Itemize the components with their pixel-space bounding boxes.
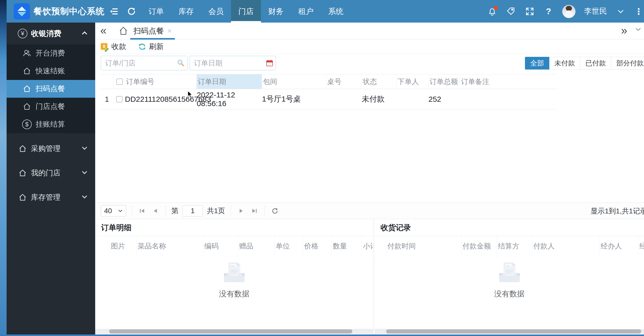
sidebar-group-cashier[interactable]: ¥ 收银消费	[7, 23, 95, 44]
next-page-button[interactable]	[237, 206, 246, 215]
nav-item-inventory[interactable]: 库存	[171, 0, 201, 23]
col-pay-amount: 付款金额	[461, 236, 497, 256]
tab-list-dropdown-icon[interactable]	[634, 25, 642, 36]
nav-item-stores[interactable]: 门店	[231, 0, 261, 23]
header-row-number	[100, 74, 113, 89]
nav-item-members[interactable]: 会员	[201, 0, 231, 23]
total-pages-label: 共1页	[207, 206, 225, 216]
cell-total: 252	[428, 95, 460, 104]
filter-row: 全部 未付款 已付款 部分付款 挂账	[95, 54, 644, 72]
person-icon	[22, 49, 32, 58]
home-icon	[22, 102, 32, 111]
bell-icon[interactable]	[487, 6, 497, 16]
receipt-record-header: 付款时间 付款金额 结算方 付款人 经办人 经	[375, 236, 644, 257]
col-total[interactable]: 订单总额	[428, 74, 460, 89]
col-order-no[interactable]: 订单编号	[125, 74, 197, 89]
col-order-date[interactable]: 订单日期	[197, 74, 262, 89]
top-navbar: 餐饮预制中心系统 订单 库存 会员 门店 财务 租户 系统	[7, 0, 644, 23]
status-filter-all[interactable]: 全部	[525, 57, 549, 70]
cell-room: 1号厅1号桌	[262, 94, 326, 104]
nav-item-tenants[interactable]: 租户	[291, 0, 321, 23]
receipt-empty-state: 没有数据	[375, 260, 644, 299]
col-subtotal: 小计	[362, 236, 373, 256]
search-input[interactable]	[101, 56, 188, 70]
expand-tabs-icon[interactable]: »	[621, 24, 627, 37]
sidebar-group-my-stores[interactable]: 我的门店	[7, 164, 95, 182]
select-all-checkbox[interactable]	[117, 79, 123, 85]
receive-payment-button[interactable]: ¥ 收款	[101, 42, 126, 52]
status-filter-unpaid[interactable]: 未付款	[549, 57, 580, 70]
orders-table-header: 订单编号 订单日期 包间 桌号 状态 下单人 订单总额 订单备注	[100, 74, 557, 89]
brand: 餐饮预制中心系统	[14, 3, 105, 20]
nav-item-system[interactable]: 系统	[321, 0, 351, 23]
collapse-tabs-icon[interactable]: «	[100, 24, 106, 37]
sidebar-group-purchasing[interactable]: 采购管理	[7, 140, 95, 158]
col-gift: 赠品	[238, 236, 275, 256]
menu-collapse-icon[interactable]	[108, 6, 119, 17]
col-remark[interactable]: 订单备注	[460, 74, 557, 89]
order-row[interactable]: 1 DD221112085615667683 2022-11-12 08:56:…	[100, 89, 557, 109]
close-icon[interactable]: ×	[167, 27, 172, 35]
tab-scan-order[interactable]: 扫码点餐 ×	[130, 23, 175, 39]
nav-item-finance[interactable]: 财务	[261, 0, 291, 23]
status-filter-paid[interactable]: 已付款	[580, 57, 611, 70]
more-icon[interactable]: ⋮	[634, 6, 643, 16]
reload-icon[interactable]	[126, 6, 137, 17]
col-handler-cut: 经	[638, 236, 644, 256]
app-window: 餐饮预制中心系统 订单 库存 会员 门店 财务 租户 系统	[0, 0, 644, 336]
fullscreen-icon[interactable]	[525, 6, 535, 16]
main-content: « 扫码点餐 × » ¥ 收款 刷新	[95, 23, 644, 334]
order-detail-empty-state: 没有数据	[95, 260, 373, 299]
empty-text: 没有数据	[219, 289, 250, 299]
col-table-no[interactable]: 桌号	[326, 74, 362, 89]
sidebar-item-scan-order[interactable]: 扫码点餐	[7, 80, 95, 98]
caret-down-icon	[81, 169, 88, 177]
scrollbar-thumb[interactable]	[386, 329, 641, 333]
user-name[interactable]: 李世民	[584, 6, 607, 16]
chevron-down-icon[interactable]	[616, 6, 626, 16]
empty-inbox-icon	[220, 260, 249, 286]
order-detail-hscrollbar	[95, 329, 373, 334]
action-toolbar: ¥ 收款 刷新	[95, 40, 644, 54]
order-date-input[interactable]	[190, 56, 276, 70]
receipt-record-title: 收货记录	[375, 219, 644, 236]
order-detail-panel: 订单明细 图片 菜品名称 编码 赠品 单位 价格 数量 小计 没有数据	[95, 219, 373, 334]
status-filter-group: 全部 未付款 已付款 部分付款 挂账	[525, 57, 644, 70]
row-checkbox[interactable]	[116, 96, 122, 102]
detail-panels: 订单明细 图片 菜品名称 编码 赠品 单位 价格 数量 小计 没有数据	[95, 219, 644, 334]
status-filter-partial[interactable]: 部分付款	[611, 57, 644, 70]
sidebar-submenu-cashier: 开台消费 快速结账 扫码点餐 门店点餐 $	[7, 44, 95, 133]
sidebar-group-inventory[interactable]: 库存管理	[7, 189, 95, 206]
receipt-record-panel: 收货记录 付款时间 付款金额 结算方 付款人 经办人 经 没有数据	[375, 219, 644, 334]
page-prefix-label: 第	[171, 206, 178, 216]
last-page-button[interactable]	[250, 206, 259, 215]
user-avatar[interactable]	[562, 5, 575, 18]
col-status[interactable]: 状态	[362, 74, 397, 89]
home-icon	[17, 144, 28, 153]
order-detail-title: 订单明细	[95, 219, 373, 236]
first-page-button[interactable]	[138, 206, 147, 215]
nav-right: ? 李世民 ⋮	[487, 5, 644, 18]
page-size-select[interactable]: 40	[101, 205, 126, 216]
order-detail-header: 图片 菜品名称 编码 赠品 单位 价格 数量 小计	[95, 236, 373, 257]
sidebar-item-quick-checkout[interactable]: 快速结账	[7, 62, 95, 80]
help-icon[interactable]: ?	[543, 6, 554, 16]
col-room[interactable]: 包间	[262, 74, 326, 89]
tag-icon[interactable]	[506, 6, 516, 16]
current-page-input[interactable]	[183, 205, 203, 216]
nav-item-orders[interactable]: 订单	[141, 0, 171, 23]
search-icon[interactable]	[177, 59, 185, 68]
calendar-icon[interactable]	[266, 59, 273, 68]
scrollbar-thumb[interactable]	[109, 329, 352, 333]
prev-page-button[interactable]	[151, 206, 160, 215]
orders-table: 订单编号 订单日期 包间 桌号 状态 下单人 订单总额 订单备注 1 DD221…	[100, 74, 557, 109]
home-tab-icon[interactable]	[119, 26, 128, 37]
sidebar-item-store-order[interactable]: 门店点餐	[7, 98, 95, 115]
refresh-button[interactable]: 刷新	[138, 42, 164, 52]
reload-table-icon[interactable]	[270, 206, 279, 215]
sidebar-item-open-table[interactable]: 开台消费	[7, 44, 95, 62]
sidebar-item-credit-settle[interactable]: $ 挂账结算	[7, 115, 95, 133]
refresh-icon	[138, 43, 146, 51]
col-orderer[interactable]: 下单人	[397, 74, 428, 89]
cell-order-no: DD221112085615667683	[125, 95, 197, 104]
